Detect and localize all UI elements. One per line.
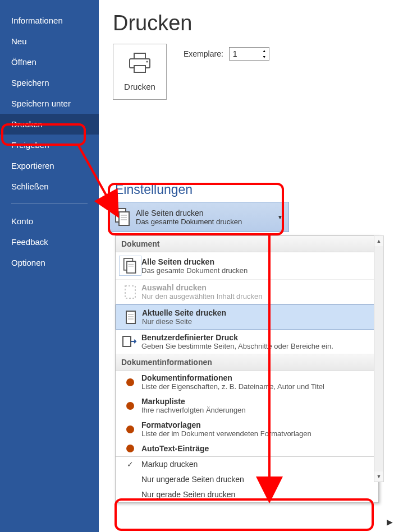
option-aktuelle-seite[interactable]: Aktuelle Seite drucken Nur diese Seite — [116, 304, 378, 330]
copies-spinner[interactable]: ▲ ▼ — [229, 47, 269, 61]
settings-block: Einstellungen Alle Seiten drucken Das ge… — [109, 182, 289, 232]
option-alle-seiten[interactable]: Alle Seiten drucken Das gesamte Dokument… — [116, 252, 378, 280]
sidebar-item-schliessen[interactable]: Schließen — [0, 176, 99, 197]
sidebar-item-oeffnen[interactable]: Öffnen — [0, 52, 99, 72]
option-markupliste[interactable]: Markupliste Ihre nachverfolgten Änderung… — [116, 394, 378, 418]
pages-icon — [113, 207, 132, 226]
option-gerade-seiten[interactable]: Nur gerade Seiten drucken — [116, 487, 378, 502]
option-dokumentinformationen[interactable]: Dokumentinformationen Liste der Eigensch… — [116, 371, 378, 394]
dropdown-scrollbar[interactable]: ▲ ▼ — [374, 235, 384, 482]
bullet-icon — [119, 402, 141, 410]
copies-up[interactable]: ▲ — [260, 48, 269, 54]
option-markup-drucken[interactable]: ✓ Markup drucken — [116, 457, 378, 472]
scroll-up-icon[interactable]: ▲ — [374, 236, 383, 246]
sidebar-item-konto[interactable]: Konto — [0, 211, 99, 232]
backstage-sidebar: Informationen Neu Öffnen Speichern Speic… — [0, 0, 99, 532]
svg-point-3 — [146, 61, 148, 63]
print-button-label: Drucken — [124, 82, 155, 91]
selection-icon — [119, 284, 141, 300]
sidebar-item-exportieren[interactable]: Exportieren — [0, 155, 99, 176]
sidebar-item-speichern-unter[interactable]: Speichern unter — [0, 93, 99, 114]
copies-down[interactable]: ▼ — [260, 54, 269, 60]
svg-rect-5 — [119, 212, 129, 225]
svg-rect-13 — [125, 286, 135, 298]
sidebar-item-neu[interactable]: Neu — [0, 31, 99, 52]
scroll-down-icon[interactable]: ▼ — [374, 471, 383, 482]
option-autotext[interactable]: AutoText-Einträge — [116, 441, 378, 456]
svg-rect-18 — [123, 336, 131, 346]
copies-label: Exemplare: — [184, 49, 223, 58]
sidebar-item-feedback[interactable]: Feedback — [0, 232, 99, 252]
option-benutzerdefiniert[interactable]: Benutzerdefinierter Druck Geben Sie best… — [116, 330, 378, 354]
print-range-dropdown-panel: Dokument Alle Seiten drucken Das gesamte… — [115, 235, 379, 503]
chevron-down-icon: ▼ — [277, 214, 285, 220]
page-title: Drucken — [113, 11, 383, 35]
settings-heading: Einstellungen — [109, 182, 289, 197]
dropdown-section-dokument: Dokument — [116, 236, 378, 252]
svg-rect-0 — [134, 53, 145, 59]
printer-icon — [127, 52, 153, 76]
option-auswahl: Auswahl drucken Nur den ausgewählten Inh… — [116, 280, 378, 304]
print-range-dropdown[interactable]: Alle Seiten drucken Das gesamte Dokument… — [109, 202, 289, 232]
dropdown-title: Alle Seiten drucken — [136, 209, 277, 218]
bullet-icon — [119, 445, 141, 452]
sidebar-item-speichern[interactable]: Speichern — [0, 72, 99, 93]
bullet-icon — [119, 425, 141, 433]
sidebar-divider — [11, 203, 88, 204]
sidebar-item-drucken[interactable]: Drucken — [0, 114, 99, 135]
sidebar-item-informationen[interactable]: Informationen — [0, 10, 99, 31]
bullet-icon — [119, 378, 141, 386]
dropdown-subtitle: Das gesamte Dokument drucken — [136, 218, 277, 226]
option-formatvorlagen[interactable]: Formatvorlagen Liste der im Dokument ver… — [116, 418, 378, 441]
print-button[interactable]: Drucken — [113, 44, 167, 100]
sidebar-item-optionen[interactable]: Optionen — [0, 252, 99, 273]
custom-pages-icon — [119, 334, 141, 350]
option-ungerade-seiten[interactable]: Nur ungerade Seiten drucken — [116, 472, 378, 487]
svg-rect-2 — [134, 66, 145, 72]
check-icon: ✓ — [119, 460, 141, 469]
svg-rect-10 — [127, 261, 136, 273]
svg-rect-14 — [126, 311, 135, 323]
page-icon — [120, 309, 142, 325]
pages-icon — [119, 256, 141, 276]
expand-handle-icon[interactable]: ▶ — [387, 517, 393, 526]
sidebar-item-freigeben[interactable]: Freigeben — [0, 135, 99, 155]
dropdown-section-info: Dokumentinformationen — [116, 354, 378, 371]
copies-input[interactable] — [230, 48, 260, 60]
